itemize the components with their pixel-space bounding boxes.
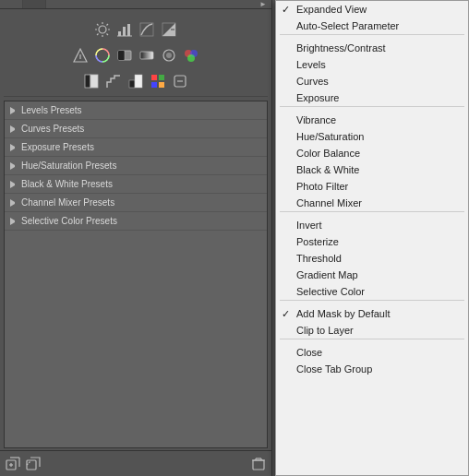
- svg-point-0: [99, 26, 106, 33]
- add-adjustment-header: [0, 9, 271, 17]
- tab-adjustments[interactable]: [0, 0, 23, 8]
- preset-arrow-icon: [10, 199, 18, 207]
- separator-1: [4, 96, 268, 97]
- svg-rect-31: [85, 75, 90, 88]
- preset-list[interactable]: Levels PresetsCurves PresetsExposure Pre…: [4, 101, 268, 448]
- preset-label: Curves Presets: [21, 124, 84, 134]
- svg-rect-33: [129, 80, 135, 88]
- preset-arrow-icon: [10, 181, 18, 188]
- preset-item[interactable]: Channel Mixer Presets: [5, 194, 267, 212]
- icon-row-2: [0, 42, 271, 68]
- svg-line-7: [107, 24, 109, 26]
- preset-arrow-icon: [10, 218, 18, 225]
- tabs-bar: ►: [0, 0, 271, 9]
- menu-item-clip-to-layer[interactable]: Clip to Layer: [276, 322, 468, 339]
- preset-label: Black & White Presets: [21, 179, 113, 189]
- menu-item-brightness-contrast[interactable]: Brightness/Contrast: [276, 40, 468, 56]
- menu-item-close-tab-group[interactable]: Close Tab Group: [276, 361, 468, 377]
- menu-item-selective-color[interactable]: Selective Color: [276, 283, 468, 300]
- menu-item-channel-mixer[interactable]: Channel Mixer: [276, 195, 468, 211]
- svg-point-30: [187, 54, 195, 62]
- preset-label: Channel Mixer Presets: [21, 197, 114, 208]
- svg-line-5: [97, 24, 99, 26]
- preset-label: Exposure Presets: [21, 142, 94, 152]
- gradient-map-icon[interactable]: [137, 45, 157, 65]
- menu-item-add-mask-by-default[interactable]: Add Mask by Default: [276, 305, 468, 322]
- svg-line-8: [97, 34, 99, 36]
- svg-rect-23: [118, 51, 125, 60]
- black-white-icon[interactable]: [114, 45, 135, 65]
- preset-arrow-icon: [10, 125, 18, 133]
- preset-item[interactable]: Exposure Presets: [5, 138, 267, 157]
- preset-arrow-icon: [10, 162, 18, 170]
- svg-rect-36: [159, 75, 164, 80]
- channel-mixer-icon[interactable]: [181, 45, 201, 65]
- icon-row-1: [0, 17, 271, 42]
- svg-rect-48: [253, 460, 264, 470]
- menu-item-posterize[interactable]: Posterize: [276, 233, 468, 250]
- extra-icon[interactable]: [170, 71, 190, 91]
- dropdown-menu: Expanded ViewAuto-Select ParameterBright…: [275, 0, 469, 476]
- panel-container: ►: [0, 0, 469, 476]
- vibrance-icon[interactable]: [70, 45, 90, 65]
- menu-item-gradient-map[interactable]: Gradient Map: [276, 267, 468, 283]
- preset-label: Selective Color Presets: [21, 216, 117, 226]
- brightness-contrast-icon[interactable]: [92, 19, 113, 40]
- add-layer-icon[interactable]: [4, 455, 22, 473]
- menu-item-hue-saturation[interactable]: Hue/Saturation: [276, 128, 468, 145]
- delete-icon[interactable]: [249, 455, 268, 473]
- svg-rect-37: [151, 82, 157, 88]
- icon-row-3: [0, 68, 271, 94]
- svg-rect-11: [127, 24, 130, 36]
- svg-rect-25: [140, 52, 153, 59]
- photo-filter-icon[interactable]: [159, 45, 179, 65]
- svg-rect-38: [159, 82, 164, 88]
- preset-arrow-icon: [10, 107, 18, 114]
- levels-icon[interactable]: [114, 19, 135, 40]
- preset-label: Hue/Saturation Presets: [21, 161, 116, 171]
- clip-layer-icon[interactable]: [24, 455, 42, 473]
- svg-rect-46: [27, 460, 36, 470]
- menu-item-color-balance[interactable]: Color Balance: [276, 145, 468, 161]
- preset-item[interactable]: Selective Color Presets: [5, 212, 267, 231]
- menu-item-exposure[interactable]: Exposure: [276, 89, 468, 106]
- svg-rect-10: [123, 27, 126, 36]
- invert-icon[interactable]: [81, 71, 102, 91]
- hue-saturation-icon[interactable]: [92, 45, 113, 65]
- preset-item[interactable]: Black & White Presets: [5, 175, 267, 194]
- svg-point-27: [166, 53, 172, 58]
- bottom-toolbar: [0, 450, 271, 476]
- curves-icon[interactable]: [137, 19, 157, 40]
- exposure-icon[interactable]: [159, 19, 179, 40]
- threshold-icon[interactable]: [126, 71, 146, 91]
- svg-rect-34: [135, 75, 142, 88]
- menu-item-expanded-view[interactable]: Expanded View: [276, 1, 468, 18]
- menu-item-vibrance[interactable]: Vibrance: [276, 112, 468, 128]
- preset-item[interactable]: Hue/Saturation Presets: [5, 157, 267, 175]
- posterize-icon[interactable]: [103, 71, 124, 91]
- menu-item-invert[interactable]: Invert: [276, 217, 468, 233]
- menu-item-photo-filter[interactable]: Photo Filter: [276, 178, 468, 195]
- menu-item-levels[interactable]: Levels: [276, 56, 468, 73]
- svg-rect-9: [118, 31, 121, 36]
- svg-line-47: [27, 461, 30, 465]
- preset-arrow-icon: [10, 144, 18, 151]
- menu-item-auto-select-parameter[interactable]: Auto-Select Parameter: [276, 18, 468, 34]
- menu-item-black---white[interactable]: Black & White: [276, 161, 468, 178]
- tab-masks[interactable]: [23, 0, 46, 8]
- panel-menu-button[interactable]: ►: [255, 0, 271, 8]
- svg-rect-32: [90, 75, 98, 88]
- menu-item-close[interactable]: Close: [276, 344, 468, 361]
- preset-item[interactable]: Levels Presets: [5, 101, 267, 120]
- preset-item[interactable]: Curves Presets: [5, 120, 267, 138]
- selective-color-icon[interactable]: [148, 71, 168, 91]
- svg-rect-35: [151, 75, 157, 80]
- left-panel: ►: [0, 0, 272, 476]
- menu-item-threshold[interactable]: Threshold: [276, 250, 468, 267]
- preset-label: Levels Presets: [21, 105, 82, 115]
- bottom-left-icons: [4, 455, 42, 473]
- menu-item-curves[interactable]: Curves: [276, 73, 468, 89]
- svg-line-6: [107, 34, 109, 36]
